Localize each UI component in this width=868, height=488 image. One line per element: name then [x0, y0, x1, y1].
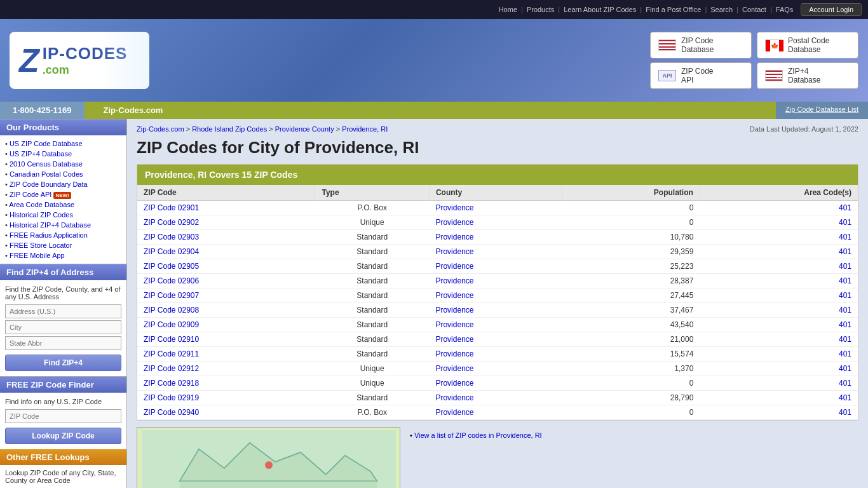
area-link[interactable]: 401: [706, 247, 851, 256]
address-input[interactable]: [5, 304, 121, 318]
cell-area: 401: [700, 347, 858, 362]
breadcrumb-home[interactable]: Zip-Codes.com: [137, 125, 184, 133]
sidebar-link-canadian[interactable]: Canadian Postal Codes: [10, 170, 83, 178]
logo-area: Z IP-CODES .com: [10, 32, 149, 89]
area-link[interactable]: 401: [706, 335, 851, 344]
find-zip4-desc: Find the ZIP Code, County, and +4 of any…: [5, 285, 121, 301]
sidebar-link-api[interactable]: ZIP Code API: [10, 191, 51, 198]
sidebar-link-area-code[interactable]: Area Code Database: [9, 201, 74, 208]
sidebar-link-mobile-app[interactable]: FREE Mobile App: [10, 252, 65, 259]
cell-area: 401: [700, 332, 858, 347]
cell-type: Standard: [315, 245, 429, 259]
state-input[interactable]: [5, 336, 121, 350]
zip-code-input[interactable]: [5, 409, 121, 423]
county-link[interactable]: Providence: [435, 364, 473, 373]
nav-post-office[interactable]: Find a Post Office: [646, 6, 701, 13]
lookup-zip-button[interactable]: Lookup ZIP Code: [5, 428, 121, 444]
county-link[interactable]: Providence: [435, 276, 473, 285]
zip-link[interactable]: ZIP Code 02911: [144, 349, 199, 358]
breadcrumb-city[interactable]: Providence, RI: [342, 125, 388, 133]
zip-link[interactable]: ZIP Code 02902: [144, 218, 199, 227]
cell-zip: ZIP Code 02904: [137, 245, 315, 259]
area-link[interactable]: 401: [706, 364, 851, 373]
county-link[interactable]: Providence: [435, 306, 473, 315]
list-item: Canadian Postal Codes: [5, 169, 121, 179]
county-link[interactable]: Providence: [435, 218, 473, 227]
zip-link[interactable]: ZIP Code 02903: [144, 233, 199, 241]
area-link[interactable]: 401: [706, 393, 851, 402]
zip-link[interactable]: ZIP Code 02940: [144, 408, 199, 417]
svg-text:🍁: 🍁: [771, 42, 779, 50]
county-link[interactable]: Providence: [435, 262, 473, 271]
cell-type: P.O. Box: [315, 405, 429, 420]
us-zip-database-button[interactable]: ZIP CodeDatabase: [650, 32, 752, 58]
zip-link[interactable]: ZIP Code 02918: [144, 379, 199, 388]
zip-link[interactable]: ZIP Code 02905: [144, 262, 199, 271]
county-link[interactable]: Providence: [435, 291, 473, 300]
nav-contact[interactable]: Contact: [742, 6, 766, 13]
county-link[interactable]: Providence: [435, 379, 473, 388]
nav-products[interactable]: Products: [527, 6, 554, 13]
area-link[interactable]: 401: [706, 218, 851, 227]
find-zip4-button[interactable]: Find ZIP+4: [5, 355, 121, 371]
zip-link[interactable]: ZIP Code 02906: [144, 276, 199, 285]
db-list-link[interactable]: Zip Code Database List: [776, 102, 868, 119]
city-input[interactable]: [5, 320, 121, 334]
cell-county: Providence: [429, 303, 562, 318]
nav-learn[interactable]: Learn About ZIP Codes: [564, 6, 636, 13]
breadcrumb-county[interactable]: Providence County: [275, 125, 334, 133]
side-links: View a list of ZIP codes in Providence, …: [407, 427, 858, 488]
county-link[interactable]: Providence: [435, 233, 473, 241]
breadcrumb-state[interactable]: Rhode Island Zip Codes: [192, 125, 267, 133]
zip-link[interactable]: ZIP Code 02901: [144, 203, 199, 212]
zip-link[interactable]: ZIP Code 02912: [144, 364, 199, 373]
zip-link[interactable]: ZIP Code 02909: [144, 320, 199, 329]
sidebar-link-historical-zip[interactable]: Historical ZIP Codes: [10, 211, 73, 219]
sidebar-link-radius[interactable]: FREE Radius Application: [10, 231, 88, 239]
area-link[interactable]: 401: [706, 276, 851, 285]
area-link[interactable]: 401: [706, 262, 851, 271]
area-link[interactable]: 401: [706, 203, 851, 212]
county-link[interactable]: Providence: [435, 408, 473, 417]
area-link[interactable]: 401: [706, 320, 851, 329]
nav-search[interactable]: Search: [710, 6, 733, 13]
area-link[interactable]: 401: [706, 379, 851, 388]
area-link[interactable]: 401: [706, 233, 851, 241]
cell-county: Providence: [429, 332, 562, 347]
account-login-button[interactable]: Account Login: [801, 3, 862, 16]
county-link[interactable]: Providence: [435, 393, 473, 402]
zip-link[interactable]: ZIP Code 02919: [144, 393, 199, 402]
zip-link[interactable]: ZIP Code 02907: [144, 291, 199, 300]
area-link[interactable]: 401: [706, 349, 851, 358]
cell-zip: ZIP Code 02906: [137, 274, 315, 288]
cell-area: 401: [700, 259, 858, 274]
sidebar-link-zip4[interactable]: US ZIP+4 Database: [10, 150, 72, 158]
nav-home[interactable]: Home: [499, 6, 517, 13]
area-link[interactable]: 401: [706, 408, 851, 417]
cell-county: Providence: [429, 391, 562, 405]
list-item: Historical ZIP+4 Database: [5, 220, 121, 230]
cell-population: 10,780: [562, 230, 700, 245]
county-link[interactable]: Providence: [435, 203, 473, 212]
zip-api-button[interactable]: API ZIP CodeAPI: [650, 62, 752, 89]
sidebar-link-census[interactable]: 2010 Census Database: [10, 160, 83, 168]
sidebar-link-historical-zip4[interactable]: Historical ZIP+4 Database: [10, 221, 91, 229]
cell-population: 29,359: [562, 245, 700, 259]
zip4-database-button[interactable]: +4 ZIP+4Database: [757, 62, 858, 89]
sidebar-link-us-zip[interactable]: US ZIP Code Database: [10, 140, 83, 147]
county-link[interactable]: Providence: [435, 320, 473, 329]
area-link[interactable]: 401: [706, 306, 851, 315]
nav-faqs[interactable]: FAQs: [776, 6, 794, 13]
sidebar-link-boundary[interactable]: ZIP Code Boundary Data: [10, 180, 88, 188]
zip-link[interactable]: ZIP Code 02910: [144, 335, 199, 344]
view-zip-list-link[interactable]: View a list of ZIP codes in Providence, …: [414, 431, 542, 439]
county-link[interactable]: Providence: [435, 335, 473, 344]
sidebar-link-store-locator[interactable]: FREE Store Locator: [10, 241, 72, 249]
zip-link[interactable]: ZIP Code 02904: [144, 247, 199, 256]
zip-link[interactable]: ZIP Code 02908: [144, 306, 199, 315]
products-section-title: Our Products: [0, 119, 126, 135]
county-link[interactable]: Providence: [435, 247, 473, 256]
county-link[interactable]: Providence: [435, 349, 473, 358]
area-link[interactable]: 401: [706, 291, 851, 300]
ca-postal-database-button[interactable]: 🍁 Postal CodeDatabase: [757, 32, 858, 58]
